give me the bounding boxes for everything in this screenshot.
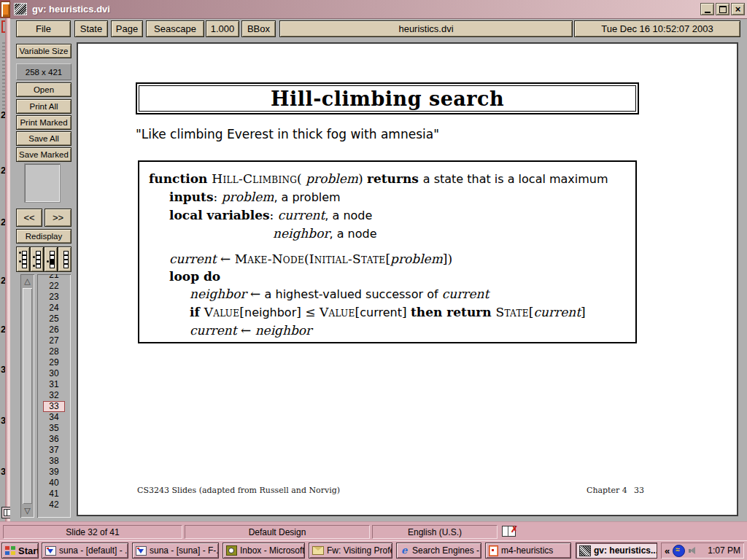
code-line: neighbor ← a highest-valued successor of… xyxy=(190,285,635,303)
slide-page: Hill-climbing search "Like climbing Ever… xyxy=(78,44,737,515)
slide-counter: Slide 32 of 41 xyxy=(3,525,182,539)
variable-size-button[interactable]: Variable Size xyxy=(16,44,71,58)
page-list-item[interactable]: 29 xyxy=(43,357,65,368)
maximize-icon xyxy=(719,6,727,13)
taskbar-clock[interactable]: 1:07 PM xyxy=(708,545,740,556)
desktop: 2526272829303132 gv: heuristics.dvi × Fi… xyxy=(0,0,747,560)
mail-envelope-icon xyxy=(312,546,324,555)
date-field: Tue Dec 16 10:52:07 2003 xyxy=(574,20,740,37)
gv-app-icon xyxy=(579,545,591,556)
print-all-button[interactable]: Print All xyxy=(16,99,71,114)
code-line: loop do xyxy=(169,268,635,285)
page-size-label: 258 x 421 xyxy=(16,63,71,80)
page-list-item[interactable]: 32 xyxy=(43,390,65,401)
code-line: current ← Make-Node(Initial-State[proble… xyxy=(169,250,635,268)
page-list-item[interactable]: 21 xyxy=(43,274,65,281)
start-button[interactable]: Start xyxy=(1,542,39,559)
taskbar-task-button[interactable]: suna - [suna] - F-... xyxy=(132,542,219,559)
orientation-menu-button[interactable]: Seascape xyxy=(146,20,204,37)
mark-odd-pages-icon[interactable] xyxy=(16,246,30,272)
minimize-button[interactable] xyxy=(700,3,714,15)
page-list-item[interactable]: 35 xyxy=(43,423,65,434)
taskbar-task-button[interactable]: Search Engines - ... xyxy=(396,542,481,559)
windows-logo-icon xyxy=(5,546,15,555)
page-list-item[interactable]: 28 xyxy=(43,346,65,357)
page-list-item[interactable]: 31 xyxy=(43,379,65,390)
print-marked-button[interactable]: Print Marked xyxy=(16,115,71,130)
page-list-item[interactable]: 27 xyxy=(43,335,65,346)
page-list-item[interactable]: 42 xyxy=(43,499,65,510)
page-list-item[interactable]: 33 xyxy=(43,401,65,412)
code-line: local variables: current, a node xyxy=(169,206,635,225)
page-list-item[interactable]: 23 xyxy=(43,292,65,303)
gv-app-icon[interactable] xyxy=(14,3,27,15)
previous-page-button[interactable]: << xyxy=(16,209,42,227)
page-list-scrollbar[interactable] xyxy=(20,274,34,518)
gv-document-icon xyxy=(489,545,498,556)
next-page-button[interactable]: >> xyxy=(44,209,71,227)
page-panner[interactable] xyxy=(24,163,61,203)
page-menu-button[interactable]: Page xyxy=(111,20,143,37)
page-list-item[interactable]: 39 xyxy=(43,467,65,478)
page-list-item[interactable]: 41 xyxy=(43,489,65,499)
taskbar-task-button[interactable]: Fw: Visiting Profe... xyxy=(309,542,392,559)
volume-icon[interactable] xyxy=(688,546,698,556)
task-label: m4-heuristics xyxy=(501,545,553,556)
language-field[interactable]: English (U.S.) xyxy=(372,525,498,539)
design-template[interactable]: Default Design xyxy=(185,525,370,539)
task-label: Fw: Visiting Profe... xyxy=(327,545,392,556)
page-list[interactable]: 2122232425262728293031323334353637383940… xyxy=(37,274,71,518)
maximize-button[interactable] xyxy=(716,3,729,15)
page-list-item[interactable]: 37 xyxy=(43,445,65,456)
task-label: Search Engines - ... xyxy=(412,545,481,556)
tray-chevron-button[interactable]: « xyxy=(665,545,670,556)
taskbar-task-button[interactable]: m4-heuristics xyxy=(485,542,571,559)
document-viewport[interactable]: Hill-climbing search "Like climbing Ever… xyxy=(77,42,738,516)
internet-explorer-icon xyxy=(400,546,409,556)
redisplay-button[interactable]: Redisplay xyxy=(16,229,71,244)
titlebar[interactable]: gv: heuristics.dvi × xyxy=(10,0,747,19)
page-list-item[interactable]: 24 xyxy=(43,303,65,314)
bbox-button[interactable]: BBox xyxy=(241,20,276,37)
code-line: current ← neighbor xyxy=(190,322,635,339)
document-title-field[interactable]: heuristics.dvi xyxy=(279,20,573,37)
page-list-item[interactable]: 25 xyxy=(43,314,65,324)
save-marked-button[interactable]: Save Marked xyxy=(16,147,71,162)
task-label: Inbox - Microsoft ... xyxy=(240,545,305,556)
scale-menu-button[interactable]: 1.000 xyxy=(206,20,239,37)
close-button[interactable]: × xyxy=(731,3,745,15)
taskbar-task-button[interactable]: suna - [default] - ... xyxy=(42,542,128,559)
scroll-thumb[interactable] xyxy=(23,288,32,504)
page-list-item[interactable]: 40 xyxy=(43,478,65,489)
page-list-item[interactable]: 36 xyxy=(43,434,65,445)
page-list-item[interactable]: 38 xyxy=(43,456,65,467)
unmark-all-pages-icon[interactable] xyxy=(58,246,71,272)
terminal-app-icon xyxy=(136,546,147,556)
outlook-icon xyxy=(226,545,237,556)
slide-footer: CS3243 Slides (adapted from Russell and … xyxy=(78,486,737,500)
save-all-button[interactable]: Save All xyxy=(16,131,71,146)
mark-even-pages-icon[interactable] xyxy=(30,246,44,272)
page-list-item[interactable]: 34 xyxy=(43,412,65,423)
system-tray: « 1:07 PM xyxy=(661,542,744,559)
taskbar-task-button[interactable]: gv: heuristics... xyxy=(576,542,657,559)
taskbar: Start suna - [default] - ...suna - [suna… xyxy=(0,540,747,560)
page-list-item[interactable]: 26 xyxy=(43,324,65,335)
network-messenger-icon[interactable] xyxy=(673,545,685,557)
code-line: inputs: problem, a problem xyxy=(169,188,635,206)
scroll-down-icon[interactable] xyxy=(22,505,33,516)
mark-current-page-icon[interactable] xyxy=(44,246,58,272)
scroll-up-icon[interactable] xyxy=(22,276,33,287)
task-label: gv: heuristics... xyxy=(594,545,657,556)
page-list-item[interactable]: 30 xyxy=(43,368,65,379)
page-list-item[interactable]: 22 xyxy=(43,281,65,292)
open-button[interactable]: Open xyxy=(16,82,71,97)
minimize-icon xyxy=(705,12,711,13)
file-menu-button[interactable]: File xyxy=(16,20,71,37)
slide-title-box: Hill-climbing search xyxy=(136,82,639,114)
code-line: function Hill-Climbing( problem) returns… xyxy=(149,170,635,188)
powerpoint-statusbar: Slide 32 of 41 Default Design English (U… xyxy=(0,521,747,542)
state-menu-button[interactable]: State xyxy=(74,20,108,37)
terminal-app-icon xyxy=(45,546,56,556)
taskbar-task-button[interactable]: Inbox - Microsoft ... xyxy=(222,542,305,559)
